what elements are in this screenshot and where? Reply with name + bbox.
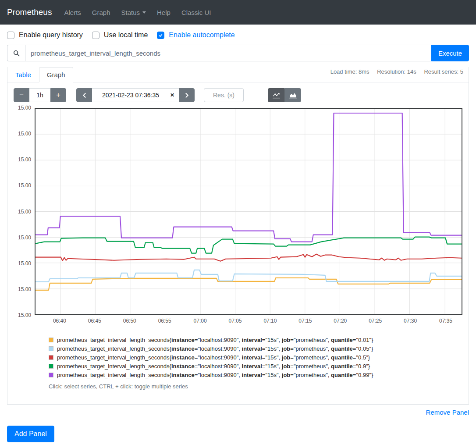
series-line <box>36 278 462 290</box>
nav-item-alerts[interactable]: Alerts <box>64 9 81 16</box>
nav-item-help-label: Help <box>157 9 171 16</box>
legend-item[interactable]: prometheus_target_interval_length_second… <box>49 353 462 362</box>
series-line <box>36 113 462 242</box>
execute-button[interactable]: Execute <box>431 45 469 61</box>
x-tick-label: 07:35 <box>439 318 452 324</box>
y-tick-label: 15.00 <box>18 105 31 111</box>
checkbox-box[interactable] <box>157 32 164 39</box>
query-stats: Load time: 8ms Resolution: 14s Result se… <box>324 68 463 75</box>
series-line <box>36 237 462 253</box>
datetime-input[interactable]: 2021-02-23 07:36:35 ✕ <box>92 88 179 102</box>
y-tick-label: 15.00 <box>18 260 31 267</box>
legend-item[interactable]: prometheus_target_interval_length_second… <box>49 335 462 344</box>
tab-graph[interactable]: Graph <box>39 67 73 82</box>
checkmark-icon <box>158 33 163 38</box>
checkbox-use-local-time[interactable]: Use local time <box>92 31 148 39</box>
plot-outer: 06:4006:4506:5006:5507:0007:0507:1007:15… <box>35 108 462 327</box>
legend-swatch <box>49 373 53 377</box>
add-panel-button[interactable]: Add Panel <box>7 426 54 442</box>
query-input[interactable] <box>25 45 431 61</box>
y-tick-label: 15.00 <box>18 156 31 163</box>
y-tick-label: 15.00 <box>18 312 31 318</box>
y-axis: 15.0015.0015.0015.0015.0015.0015.0015.00… <box>14 108 35 315</box>
legend-item[interactable]: prometheus_target_interval_length_second… <box>49 344 462 353</box>
legend-swatch <box>49 355 53 360</box>
x-tick-label: 07:00 <box>194 318 207 324</box>
legend-hint: Click: select series, CTRL + click: togg… <box>49 383 462 390</box>
x-tick-label: 07:30 <box>404 318 417 324</box>
panel-bottom-spacer <box>14 390 462 404</box>
legend-series-label: prometheus_target_interval_length_second… <box>57 337 373 343</box>
range-input[interactable] <box>29 88 50 102</box>
plot-svg <box>36 109 462 314</box>
remove-panel-link[interactable]: Remove Panel <box>426 409 469 416</box>
nav-item-graph[interactable]: Graph <box>92 9 110 16</box>
legend-series-label: prometheus_target_interval_length_second… <box>57 345 373 352</box>
checkbox-enable-autocomplete[interactable]: Enable autocomplete <box>157 31 234 39</box>
nav-item-status-label: Status <box>121 9 140 16</box>
checkbox-box[interactable] <box>92 32 99 39</box>
chevron-left-icon <box>82 92 86 98</box>
legend-series-label: prometheus_target_interval_length_second… <box>57 354 370 361</box>
graph-controls: − + 2021-02-23 07:36:35 ✕ <box>14 88 462 102</box>
query-bar: Execute <box>7 45 469 61</box>
y-tick-label: 15.00 <box>18 235 31 241</box>
legend-item[interactable]: prometheus_target_interval_length_second… <box>49 362 462 370</box>
plot-area[interactable] <box>35 108 462 315</box>
nav-item-alerts-label: Alerts <box>64 9 81 16</box>
y-tick-label: 15.00 <box>18 209 31 215</box>
line-chart-icon <box>272 92 281 99</box>
search-icon-addon <box>7 45 25 61</box>
legend-swatch <box>49 338 53 342</box>
x-tick-label: 06:45 <box>88 318 101 324</box>
legend-item[interactable]: prometheus_target_interval_length_second… <box>49 370 462 379</box>
line-chart-toggle-button[interactable] <box>268 88 284 102</box>
x-tick-label: 07:20 <box>334 318 347 324</box>
series-line <box>36 254 462 261</box>
legend-list: prometheus_target_interval_length_second… <box>49 335 462 379</box>
stacked-chart-toggle-button[interactable] <box>284 88 301 102</box>
tab-table[interactable]: Table <box>7 67 39 82</box>
graph-tab-content: − + 2021-02-23 07:36:35 ✕ <box>7 82 469 404</box>
resolution: Resolution: 14s <box>377 68 416 75</box>
time-back-button[interactable] <box>76 88 92 102</box>
checkbox-box[interactable] <box>7 32 14 39</box>
x-tick-label: 07:15 <box>298 318 312 324</box>
nav-item-classic-ui[interactable]: Classic UI <box>181 9 211 16</box>
remove-panel-row: Remove Panel <box>7 409 469 416</box>
chart-region: 15.0015.0015.0015.0015.0015.0015.0015.00… <box>14 108 462 327</box>
x-tick-label: 07:25 <box>369 318 382 324</box>
y-tick-label: 15.00 <box>18 131 31 137</box>
legend-series-label: prometheus_target_interval_length_second… <box>57 372 373 378</box>
area-chart-icon <box>289 92 297 99</box>
range-input-group: − + <box>14 88 66 102</box>
x-tick-label: 06:50 <box>123 318 136 324</box>
chart-type-toggle <box>268 88 301 102</box>
resolution-input[interactable] <box>204 88 244 102</box>
time-input-group: 2021-02-23 07:36:35 ✕ <box>76 88 195 102</box>
y-tick-label: 15.00 <box>18 286 31 292</box>
checkbox-label: Enable query history <box>19 31 83 39</box>
time-forward-button[interactable] <box>179 88 195 102</box>
range-decrease-button[interactable]: − <box>14 88 29 102</box>
legend-swatch <box>49 346 53 351</box>
x-tick-label: 06:55 <box>158 318 171 324</box>
nav-item-status[interactable]: Status <box>121 9 146 16</box>
series-line <box>36 270 462 282</box>
caret-down-icon <box>142 11 146 14</box>
load-time: Load time: 8ms <box>330 68 369 75</box>
checkbox-label: Use local time <box>104 31 148 39</box>
y-tick-label: 15.00 <box>18 182 31 188</box>
nav-item-graph-label: Graph <box>92 9 110 16</box>
brand-prometheus[interactable]: Prometheus <box>7 7 52 17</box>
datetime-value: 2021-02-23 07:36:35 <box>92 92 169 99</box>
brand-label: Prometheus <box>7 7 52 17</box>
x-axis: 06:4006:4506:5006:5507:0007:0507:1007:15… <box>35 315 462 327</box>
legend-swatch <box>49 364 53 369</box>
checkbox-enable-query-history[interactable]: Enable query history <box>7 31 83 39</box>
range-increase-button[interactable]: + <box>50 88 66 102</box>
clear-time-icon[interactable]: ✕ <box>169 92 179 98</box>
x-tick-label: 06:40 <box>53 318 66 324</box>
nav-item-help[interactable]: Help <box>157 9 171 16</box>
options-row: Enable query history Use local time Enab… <box>7 31 469 39</box>
